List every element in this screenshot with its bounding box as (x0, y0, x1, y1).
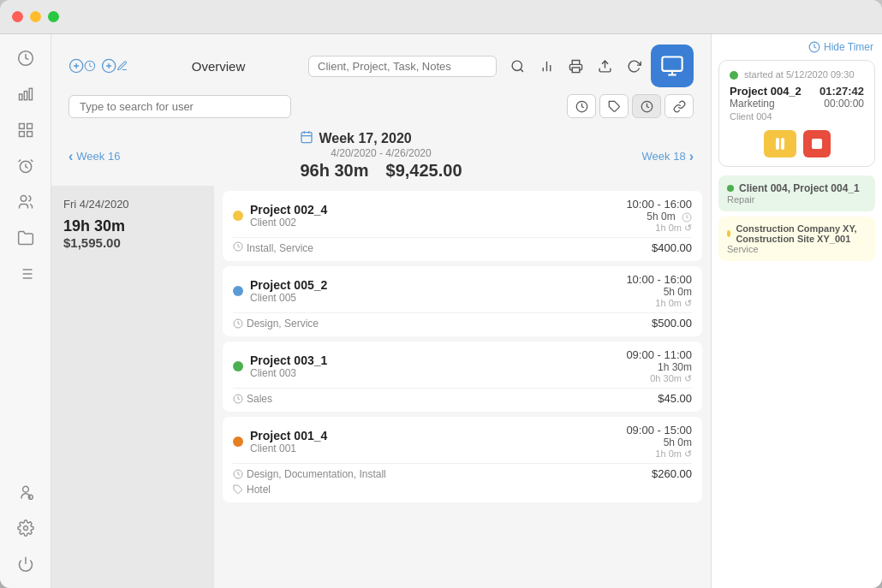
sidebar-icon-list[interactable] (10, 258, 41, 289)
toolbar-row1: Overview (69, 45, 694, 87)
sidebar-icon-clock[interactable] (10, 43, 41, 74)
ot-task: Service (727, 244, 867, 254)
svg-point-18 (22, 486, 28, 492)
svg-rect-3 (29, 88, 32, 99)
chart-button[interactable] (534, 54, 558, 78)
filter-tab-timer[interactable] (567, 94, 596, 118)
print-button[interactable] (563, 54, 587, 78)
svg-rect-42 (301, 133, 312, 143)
entry-right: 09:00 - 15:00 5h 0m 1h 0m ↺ (626, 424, 692, 460)
entry-time-range: 09:00 - 15:00 (626, 424, 692, 437)
right-panel: Hide Timer started at 5/12/2020 09:30 Pr… (711, 34, 882, 588)
search-button[interactable] (505, 54, 529, 78)
entry-client: Client 005 (250, 292, 327, 304)
entry-sub-row: Design, Documentation, Install $260.00 (233, 463, 692, 480)
entry-left: Project 003_1 Client 003 (233, 353, 327, 379)
next-chevron-icon: › (689, 149, 694, 164)
ot-task: Repair (727, 194, 867, 205)
pause-bar-left (776, 138, 779, 150)
timer-started-at: started at 5/12/2020 09:30 (730, 69, 864, 80)
refresh-button[interactable] (622, 54, 646, 78)
entry-tags: Sales (233, 393, 272, 405)
entry-price: $400.00 (652, 241, 692, 254)
timer-header: Hide Timer (712, 34, 882, 56)
app-window: Overview (0, 0, 882, 588)
svg-point-20 (23, 526, 27, 531)
filter-tab-tag[interactable] (599, 94, 629, 118)
page-title: Overview (128, 59, 308, 74)
entry-duration: 5h 0m (626, 437, 692, 448)
timer-pause-button[interactable] (764, 130, 796, 157)
day-column: Fri 4/24/2020 19h 30m $1,595.00 (51, 186, 214, 588)
sidebar-icon-team[interactable] (10, 187, 41, 217)
tag-extra-icon (233, 484, 243, 495)
sidebar-icon-alarm[interactable] (10, 151, 41, 181)
svg-rect-7 (27, 132, 32, 137)
user-search-input[interactable] (69, 95, 291, 118)
sidebar-icon-folder[interactable] (10, 223, 41, 253)
entry-project: Project 001_4 (250, 429, 327, 442)
traffic-lights (12, 11, 59, 22)
prev-chevron-icon: ‹ (69, 149, 73, 164)
entries-list: Project 002_4 Client 002 10:00 - 16:00 5… (214, 186, 711, 588)
search-input-main[interactable] (308, 56, 497, 77)
filter-tab-clock[interactable] (632, 94, 661, 118)
next-week-button[interactable]: Week 18 › (642, 149, 694, 164)
entry-time-range: 10:00 - 16:00 (626, 273, 692, 286)
hide-timer-label[interactable]: Hide Timer (824, 41, 873, 53)
sidebar-icon-chart[interactable] (10, 79, 41, 110)
filter-tabs (567, 94, 694, 118)
ot-header: Construction Company XY, Construction Si… (727, 223, 867, 244)
entry-duration: 5h 0m (626, 286, 692, 298)
sidebar-icon-grid[interactable] (10, 115, 41, 146)
entry-left: Project 005_2 Client 005 (233, 278, 327, 304)
timer-stop-button[interactable] (803, 130, 831, 157)
clock-sub-icon (233, 318, 243, 329)
entry-row1: Project 003_1 Client 003 09:00 - 11:00 1… (233, 348, 692, 384)
entry-tag-text: Design, Service (247, 318, 319, 330)
add-entry-button[interactable] (101, 52, 128, 80)
minimize-button[interactable] (30, 11, 41, 22)
entry-duration: 5h 0m (626, 211, 692, 223)
table-row[interactable]: Project 003_1 Client 003 09:00 - 11:00 1… (223, 342, 702, 412)
day-total-money: $1,595.00 (63, 235, 202, 250)
ot-dot-green (727, 185, 734, 192)
entry-price: $260.00 (652, 467, 692, 480)
close-button[interactable] (12, 11, 23, 22)
sidebar-icon-power[interactable] (10, 549, 41, 579)
svg-line-30 (520, 68, 522, 71)
entry-client: Client 002 (250, 217, 327, 229)
entry-tags: Design, Documentation, Install (233, 468, 386, 480)
svg-rect-34 (572, 67, 580, 72)
other-timer-card-2[interactable]: Construction Company XY, Construction Si… (718, 217, 875, 261)
day-label: Fri 4/24/2020 (63, 198, 202, 211)
day-totals: 19h 30m $1,595.00 (63, 217, 202, 250)
other-timer-card-1[interactable]: Client 004, Project 004_1 Repair (718, 175, 875, 211)
sidebar-icon-user-settings[interactable] (10, 477, 41, 508)
entry-row1: Project 001_4 Client 001 09:00 - 15:00 5… (233, 424, 692, 460)
sidebar (0, 34, 51, 588)
ot-dot-yellow (727, 230, 730, 237)
next-week-label: Week 18 (642, 150, 686, 163)
add-time-button[interactable] (69, 52, 96, 80)
table-row[interactable]: Project 005_2 Client 005 10:00 - 16:00 5… (223, 266, 702, 336)
svg-rect-6 (19, 132, 24, 137)
filter-tab-link[interactable] (664, 94, 694, 118)
entry-color-dot (233, 286, 243, 296)
sidebar-icon-settings[interactable] (10, 513, 41, 543)
ot-client-project: Construction Company XY, Construction Si… (736, 223, 867, 244)
entry-left: Project 001_4 Client 001 (233, 429, 327, 454)
active-timer-card: started at 5/12/2020 09:30 Project 004_2… (718, 60, 875, 167)
svg-point-19 (28, 495, 33, 499)
prev-week-button[interactable]: ‹ Week 16 (69, 149, 120, 164)
export-button[interactable] (593, 54, 617, 78)
timer-task-row: Marketing 00:00:00 (730, 98, 864, 110)
table-row[interactable]: Project 001_4 Client 001 09:00 - 15:00 5… (223, 417, 702, 502)
toolbar-icons (505, 54, 646, 78)
app-body: Overview (0, 34, 882, 588)
table-row[interactable]: Project 002_4 Client 002 10:00 - 16:00 5… (223, 191, 702, 261)
svg-rect-5 (27, 124, 32, 129)
week-date-range: 4/20/2020 - 4/26/2020 (300, 147, 462, 159)
maximize-button[interactable] (48, 11, 59, 22)
entry-sub-row: Install, Service $400.00 (233, 237, 692, 254)
